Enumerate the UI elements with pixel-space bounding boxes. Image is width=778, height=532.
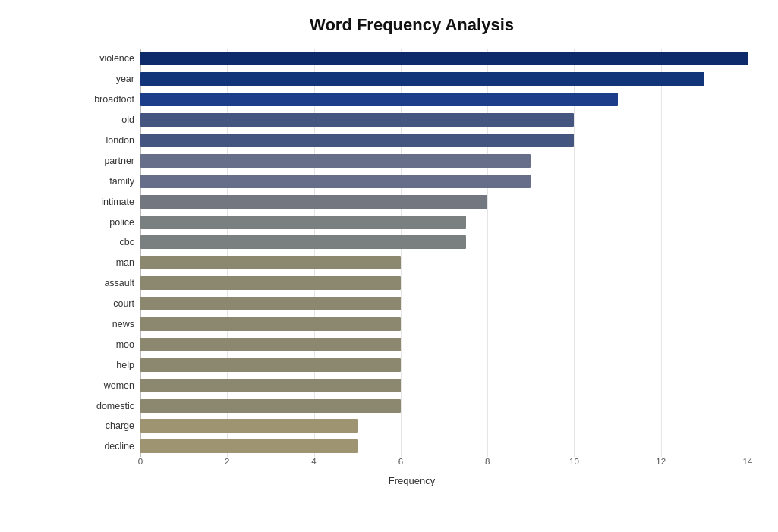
gridline (748, 49, 748, 457)
bar-label: old (76, 115, 140, 125)
bar-track (140, 93, 748, 106)
x-ticks: 02468101214 (140, 457, 748, 472)
bar-label: london (76, 135, 140, 146)
bar-track (140, 52, 748, 65)
bar-label: decline (76, 441, 140, 452)
bar-fill (140, 235, 466, 249)
bar-fill (140, 297, 401, 310)
bar-fill (140, 154, 531, 168)
bar-label: court (76, 298, 140, 309)
table-row: broadfoot (76, 91, 748, 108)
x-ticks-container: 02468101214 (140, 457, 748, 472)
x-tick-label: 14 (743, 457, 753, 466)
bar-label: man (76, 257, 140, 268)
bar-track (140, 195, 748, 209)
bar-fill (140, 195, 487, 209)
bar-fill (140, 317, 401, 331)
bar-fill (140, 379, 401, 392)
table-row: partner (76, 153, 748, 169)
chart-inner: violenceyearbroadfootoldlondonpartnerfam… (76, 49, 748, 486)
bar-label: year (76, 74, 140, 84)
bar-label: violence (76, 53, 140, 64)
bar-fill (140, 276, 401, 290)
bar-track (140, 297, 748, 310)
table-row: assault (76, 275, 748, 291)
bar-fill (140, 93, 618, 106)
bar-track (140, 154, 748, 168)
x-tick-label: 2 (225, 457, 229, 466)
bar-label: police (76, 217, 140, 228)
bar-label: assault (76, 278, 140, 288)
bar-track (140, 317, 748, 331)
bar-track (140, 216, 748, 229)
table-row: news (76, 316, 748, 332)
x-tick-label: 12 (656, 457, 666, 466)
bars-layer: violenceyearbroadfootoldlondonpartnerfam… (76, 49, 748, 457)
bar-fill (140, 439, 358, 453)
bar-fill (140, 216, 466, 229)
bar-fill (140, 399, 401, 413)
x-tick-label: 4 (311, 457, 316, 466)
bar-track (140, 399, 748, 413)
bar-label: broadfoot (76, 94, 140, 105)
bar-track (140, 72, 748, 86)
table-row: charge (76, 417, 748, 434)
x-axis-label: Frequency (76, 475, 748, 486)
bar-fill (140, 338, 401, 351)
bar-track (140, 439, 748, 453)
table-row: intimate (76, 194, 748, 210)
bar-fill (140, 175, 531, 188)
chart-title: Word Frequency Analysis (76, 15, 748, 35)
bar-track (140, 235, 748, 249)
bar-track (140, 338, 748, 351)
bar-track (140, 113, 748, 127)
table-row: old (76, 112, 748, 128)
bar-label: help (76, 360, 140, 370)
bar-fill (140, 134, 574, 147)
bar-fill (140, 256, 401, 269)
bar-label: news (76, 319, 140, 329)
x-tick-label: 6 (398, 457, 403, 466)
table-row: decline (76, 438, 748, 455)
bar-label: charge (76, 420, 140, 431)
bar-track (140, 358, 748, 372)
bar-fill (140, 52, 748, 65)
bar-track (140, 419, 748, 433)
table-row: london (76, 132, 748, 149)
bar-label: partner (76, 156, 140, 166)
table-row: police (76, 214, 748, 231)
bar-label: intimate (76, 197, 140, 207)
bar-label: moo (76, 339, 140, 350)
bar-label: domestic (76, 401, 140, 411)
bar-fill (140, 358, 401, 372)
bar-label: women (76, 380, 140, 391)
table-row: man (76, 254, 748, 271)
table-row: domestic (76, 398, 748, 414)
table-row: moo (76, 336, 748, 353)
table-row: cbc (76, 234, 748, 250)
bar-fill (140, 113, 574, 127)
bar-track (140, 276, 748, 290)
x-tick-label: 0 (138, 457, 143, 466)
bar-track (140, 134, 748, 147)
table-row: family (76, 173, 748, 190)
x-tick-label: 10 (569, 457, 579, 466)
table-row: violence (76, 50, 748, 67)
table-row: court (76, 295, 748, 312)
bar-label: family (76, 176, 140, 187)
table-row: women (76, 377, 748, 394)
bar-track (140, 175, 748, 188)
bar-fill (140, 72, 704, 86)
bar-track (140, 379, 748, 392)
x-tick-label: 8 (485, 457, 490, 466)
bar-label: cbc (76, 237, 140, 247)
bar-fill (140, 419, 358, 433)
table-row: year (76, 71, 748, 87)
table-row: help (76, 357, 748, 373)
chart-container: Word Frequency Analysis violenceyearbroa… (0, 0, 778, 532)
bar-track (140, 256, 748, 269)
